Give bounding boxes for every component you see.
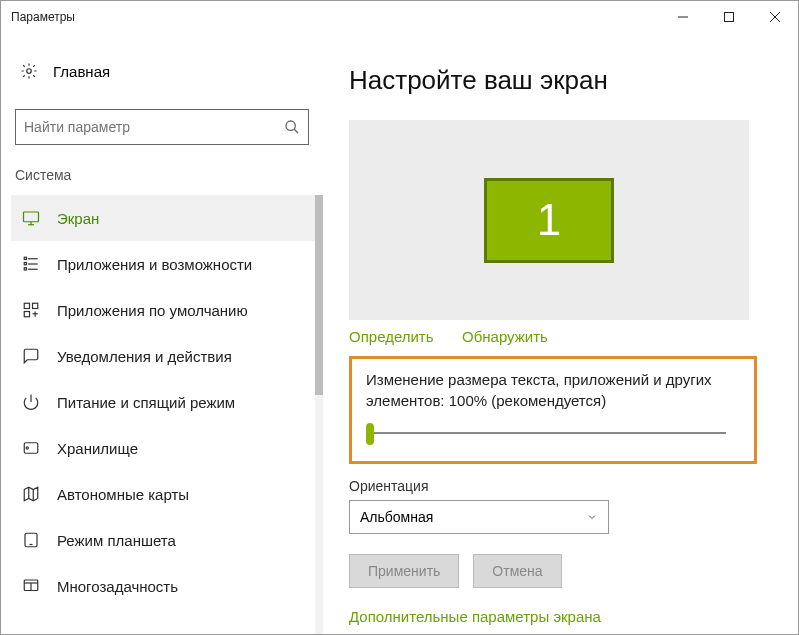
- scale-label: Изменение размера текста, приложений и д…: [366, 369, 740, 411]
- nav-item-notifications[interactable]: Уведомления и действия: [11, 333, 321, 379]
- svg-rect-14: [24, 263, 26, 265]
- svg-rect-15: [24, 268, 26, 270]
- orientation-label: Ориентация: [349, 478, 770, 494]
- orientation-select[interactable]: Альбомная: [349, 500, 609, 534]
- home-label: Главная: [53, 63, 110, 80]
- scale-highlight: Изменение размера текста, приложений и д…: [349, 356, 757, 464]
- nav-item-label: Уведомления и действия: [57, 348, 232, 365]
- close-button[interactable]: [752, 1, 798, 33]
- chevron-down-icon: [586, 511, 598, 523]
- search-box[interactable]: [15, 109, 309, 145]
- identify-link[interactable]: Определить: [349, 328, 434, 345]
- tablet-icon: [19, 531, 43, 549]
- nav-item-display[interactable]: Экран: [11, 195, 321, 241]
- multitask-icon: [19, 577, 43, 595]
- svg-line-6: [294, 129, 298, 133]
- nav-item-apps[interactable]: Приложения и возможности: [11, 241, 321, 287]
- monitor-icon: [19, 209, 43, 227]
- nav-item-tablet[interactable]: Режим планшета: [11, 517, 321, 563]
- nav-item-label: Многозадачность: [57, 578, 178, 595]
- slider-track: [366, 432, 726, 434]
- detect-link[interactable]: Обнаружить: [462, 328, 548, 345]
- notification-icon: [19, 347, 43, 365]
- advanced-link[interactable]: Дополнительные параметры экрана: [349, 608, 770, 625]
- search-input[interactable]: [24, 119, 284, 135]
- scale-slider[interactable]: [366, 423, 726, 443]
- search-icon: [284, 119, 300, 135]
- nav-item-maps[interactable]: Автономные карты: [11, 471, 321, 517]
- nav-item-default-apps[interactable]: Приложения по умолчанию: [11, 287, 321, 333]
- defaults-icon: [19, 301, 43, 319]
- sidebar: Главная Система Экран Приложения: [1, 33, 321, 634]
- svg-marker-24: [24, 487, 38, 501]
- nav-item-label: Приложения по умолчанию: [57, 302, 248, 319]
- nav-item-label: Автономные карты: [57, 486, 189, 503]
- map-icon: [19, 485, 43, 503]
- orientation-value: Альбомная: [360, 509, 433, 525]
- svg-rect-17: [33, 303, 38, 308]
- gear-icon: [17, 62, 41, 80]
- nav-item-label: Экран: [57, 210, 99, 227]
- nav-item-label: Приложения и возможности: [57, 256, 252, 273]
- minimize-button[interactable]: [660, 1, 706, 33]
- monitor-number: 1: [537, 195, 561, 245]
- slider-thumb[interactable]: [366, 423, 374, 445]
- nav-item-multitask[interactable]: Многозадачность: [11, 563, 321, 609]
- titlebar: Параметры: [1, 1, 798, 33]
- svg-point-4: [27, 69, 32, 74]
- list-icon: [19, 255, 43, 273]
- svg-point-5: [286, 121, 295, 130]
- monitor-preview[interactable]: 1: [349, 120, 749, 320]
- svg-rect-16: [24, 303, 29, 308]
- content: Настройте ваш экран 1 Определить Обнаруж…: [321, 33, 798, 634]
- cancel-button[interactable]: Отмена: [473, 554, 561, 588]
- nav-item-storage[interactable]: Хранилище: [11, 425, 321, 471]
- svg-rect-13: [24, 257, 26, 259]
- nav-item-label: Хранилище: [57, 440, 138, 457]
- svg-rect-7: [24, 212, 39, 222]
- nav-item-label: Питание и спящий режим: [57, 394, 235, 411]
- page-title: Настройте ваш экран: [349, 65, 770, 96]
- svg-point-23: [26, 447, 28, 449]
- monitor-1[interactable]: 1: [484, 178, 614, 263]
- scrollbar-thumb[interactable]: [315, 195, 323, 395]
- power-icon: [19, 393, 43, 411]
- apply-button[interactable]: Применить: [349, 554, 459, 588]
- maximize-button[interactable]: [706, 1, 752, 33]
- home-link[interactable]: Главная: [11, 51, 321, 91]
- nav-item-label: Режим планшета: [57, 532, 176, 549]
- svg-rect-1: [725, 13, 734, 22]
- storage-icon: [19, 439, 43, 457]
- window-title: Параметры: [11, 10, 660, 24]
- section-title: Система: [15, 167, 321, 183]
- svg-rect-18: [24, 312, 29, 317]
- nav-item-power[interactable]: Питание и спящий режим: [11, 379, 321, 425]
